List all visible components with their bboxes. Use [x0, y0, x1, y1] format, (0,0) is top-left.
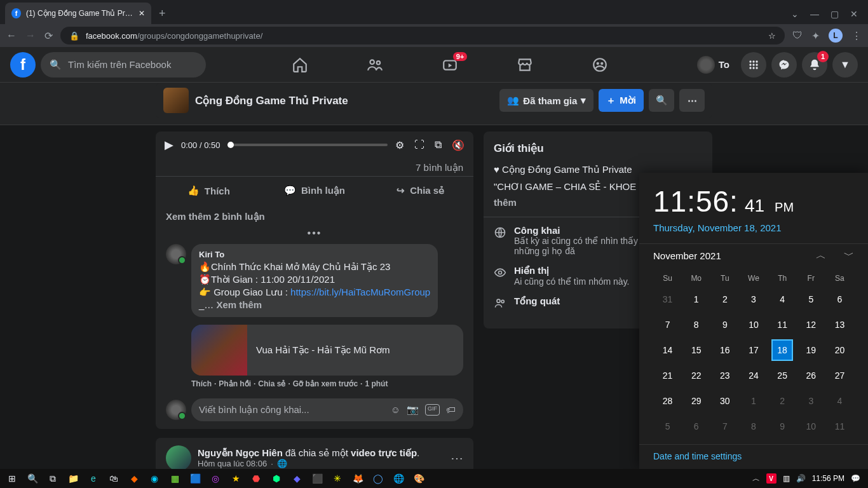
nav-home[interactable]	[265, 50, 335, 80]
profile-chip[interactable]: To	[695, 53, 736, 76]
cal-day[interactable]: 13	[825, 312, 854, 337]
cal-day[interactable]: 20	[825, 337, 854, 363]
mute-icon[interactable]: 🔇	[452, 139, 465, 151]
forward-button[interactable]: →	[25, 30, 36, 42]
chevron-down-icon[interactable]: ⌄	[791, 9, 799, 19]
menu-grid-button[interactable]	[741, 52, 766, 78]
group-more-button[interactable]: ⋯	[679, 89, 705, 112]
task-view-icon[interactable]: ⧉	[43, 470, 62, 487]
fb-search[interactable]: 🔍 Tìm kiếm trên Facebook	[41, 52, 206, 78]
app-icon[interactable]: ⬣	[247, 470, 266, 487]
cal-day[interactable]: 30	[710, 388, 739, 414]
cal-day[interactable]: 4	[825, 388, 854, 414]
back-button[interactable]: ←	[6, 30, 17, 42]
extensions-icon[interactable]: ✦	[811, 30, 820, 42]
account-dropdown[interactable]: ▼	[832, 52, 858, 78]
cal-day[interactable]: 8	[739, 414, 768, 439]
app-icon[interactable]: ◉	[145, 470, 164, 487]
cal-day[interactable]: 5	[797, 287, 825, 312]
cal-day[interactable]: 21	[653, 363, 682, 388]
cal-day[interactable]: 26	[797, 363, 825, 388]
battery-icon[interactable]: ▥	[783, 474, 790, 483]
comment-remove-preview[interactable]: Gỡ bản xem trước	[293, 379, 358, 388]
cal-day[interactable]: 11	[825, 414, 854, 439]
view-more-comments[interactable]: Xem thêm 2 bình luận	[156, 205, 473, 225]
cal-day[interactable]: 8	[682, 312, 710, 337]
settings-gear-icon[interactable]: ⚙	[395, 139, 404, 151]
cal-day[interactable]: 9	[710, 312, 739, 337]
fb-logo[interactable]: f	[10, 52, 36, 78]
app-icon[interactable]: ✳	[328, 470, 347, 487]
post-menu[interactable]: ⋯	[451, 451, 463, 466]
pip-icon[interactable]: ⧉	[435, 139, 442, 151]
window-close-icon[interactable]: ✕	[850, 9, 858, 19]
post-author[interactable]: Nguyễn Ngọc Hiên	[198, 447, 283, 458]
cal-day[interactable]: 22	[682, 363, 710, 388]
shield-icon[interactable]: 🛡	[792, 30, 803, 41]
flyout-date[interactable]: Thursday, November 18, 2021	[653, 222, 854, 233]
cal-day[interactable]: 7	[653, 312, 682, 337]
cal-day[interactable]: 16	[710, 337, 739, 363]
cal-day[interactable]: 18	[768, 337, 797, 363]
cal-day[interactable]: 29	[682, 388, 710, 414]
app-icon[interactable]: ◎	[206, 470, 225, 487]
app-icon[interactable]: 🟦	[186, 470, 205, 487]
comment-link[interactable]: https://bit.ly/HaiTacMuRomGroup	[290, 287, 430, 297]
cal-day[interactable]: 14	[653, 337, 682, 363]
sticker-icon[interactable]: 🏷	[446, 404, 456, 416]
date-time-settings-link[interactable]: Date and time settings	[653, 451, 854, 461]
cal-day[interactable]: 25	[768, 363, 797, 388]
tray-chevron-icon[interactable]: ︿	[752, 473, 760, 484]
cal-day[interactable]: 27	[825, 363, 854, 388]
cal-day[interactable]: 9	[768, 414, 797, 439]
window-maximize-icon[interactable]: ▢	[831, 9, 839, 19]
month-prev[interactable]: ︿	[816, 249, 826, 262]
firefox-icon[interactable]: 🦊	[348, 470, 367, 487]
post-author-avatar[interactable]	[166, 445, 191, 471]
volume-icon[interactable]: 🔊	[796, 474, 806, 483]
chrome-menu-icon[interactable]: ⋮	[851, 30, 862, 42]
cal-day[interactable]: 6	[825, 287, 854, 312]
cal-day[interactable]: 6	[682, 414, 710, 439]
nav-friends[interactable]	[340, 50, 410, 80]
cal-day[interactable]: 1	[682, 287, 710, 312]
comment-share[interactable]: Chia sẻ	[258, 379, 285, 388]
start-button[interactable]: ⊞	[3, 470, 22, 487]
share-button[interactable]: ↪Chia sẻ	[367, 177, 473, 205]
emoji-icon[interactable]: ☺	[391, 404, 400, 416]
link-preview[interactable]: Vua Hải Tặc - Hải Tặc Mũ Rơm	[191, 325, 463, 376]
app-icon[interactable]: ▦	[165, 470, 184, 487]
cal-day[interactable]: 15	[682, 337, 710, 363]
edge-icon[interactable]: e	[84, 470, 103, 487]
camera-icon[interactable]: 📷	[407, 404, 419, 416]
comment-options[interactable]: •••	[156, 225, 473, 244]
cal-day[interactable]: 12	[797, 312, 825, 337]
gif-icon[interactable]: GIF	[425, 404, 440, 416]
app-icon[interactable]: ◯	[369, 470, 388, 487]
group-thumbnail[interactable]	[163, 88, 189, 113]
video-seek[interactable]	[227, 144, 388, 146]
search-group-button[interactable]: 🔍	[649, 89, 674, 112]
app-icon[interactable]: ★	[226, 470, 245, 487]
comment-like[interactable]: Thích	[191, 379, 212, 388]
post-object[interactable]: video trực tiếp	[351, 447, 417, 458]
calendar-month[interactable]: November 2021	[653, 250, 721, 261]
month-next[interactable]: ﹀	[844, 249, 854, 262]
cal-day[interactable]: 3	[739, 287, 768, 312]
cal-day[interactable]: 7	[710, 414, 739, 439]
new-tab-button[interactable]: +	[151, 3, 173, 24]
nav-marketplace[interactable]	[490, 50, 560, 80]
store-icon[interactable]: 🛍	[104, 470, 123, 487]
cal-day[interactable]: 2	[768, 388, 797, 414]
nav-groups[interactable]	[565, 50, 635, 80]
cal-day[interactable]: 31	[653, 287, 682, 312]
window-minimize-icon[interactable]: —	[810, 9, 819, 19]
cal-day[interactable]: 17	[739, 337, 768, 363]
like-button[interactable]: 👍Thích	[156, 177, 262, 205]
cal-day[interactable]: 28	[653, 388, 682, 414]
tray-clock[interactable]: 11:56 PM	[812, 474, 844, 483]
app-icon[interactable]: ◆	[125, 470, 144, 487]
messenger-button[interactable]	[771, 52, 797, 78]
cal-day[interactable]: 1	[739, 388, 768, 414]
comment-button[interactable]: 💬Bình luận	[262, 177, 368, 205]
